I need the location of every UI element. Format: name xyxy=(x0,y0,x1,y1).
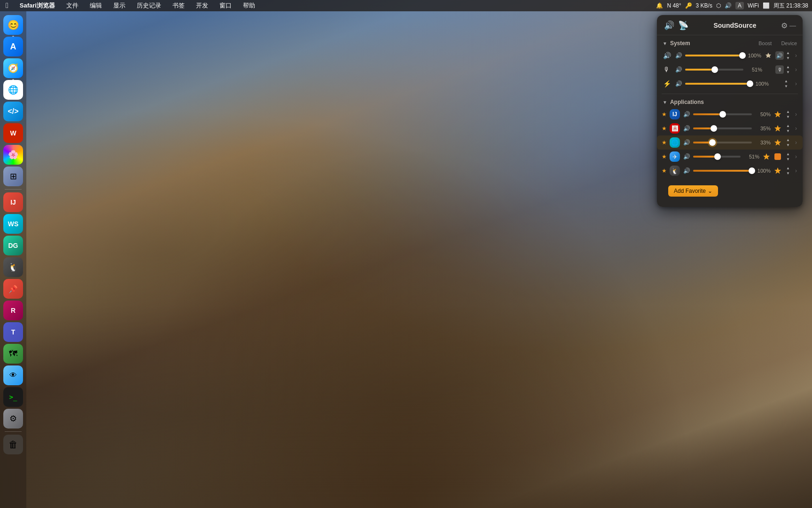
dock-item-chrome[interactable]: 🌐 xyxy=(3,80,23,100)
system-effects-slider[interactable] xyxy=(685,80,750,87)
output-device-stepper[interactable]: ▲ ▼ xyxy=(785,51,791,61)
output-stepper-up[interactable]: ▲ xyxy=(785,51,791,56)
dock-item-system-prefs[interactable]: ⚙ xyxy=(3,409,23,429)
system-effects-mute[interactable]: 🔊 xyxy=(675,80,682,87)
app4-stepper-down[interactable]: ▼ xyxy=(785,157,791,162)
mic-device-stepper[interactable]: ▲ ▼ xyxy=(785,65,791,75)
app1-stepper[interactable]: ▲ ▼ xyxy=(785,110,791,119)
wifi-icon[interactable]: WiFi xyxy=(748,2,759,9)
dock-item-trash[interactable]: 🗑 xyxy=(3,435,23,454)
app2-expand[interactable]: › xyxy=(794,125,798,132)
menu-history[interactable]: 历史记录 xyxy=(135,1,163,10)
app2-stepper[interactable]: ▲ ▼ xyxy=(785,124,791,134)
menu-develop[interactable]: 开发 xyxy=(194,1,210,10)
notification-icon[interactable]: 🔔 xyxy=(656,2,663,9)
system-output-boost[interactable] xyxy=(764,51,773,60)
dock-item-preview[interactable]: 👁 xyxy=(3,365,23,385)
app3-favorite-star[interactable]: ★ xyxy=(662,139,667,146)
soundsource-speaker-icon[interactable]: 🔊 xyxy=(664,20,675,31)
dock-item-photos[interactable]: 🌸 xyxy=(3,145,23,165)
system-mic-expand[interactable]: › xyxy=(794,66,798,73)
effects-stepper-up[interactable]: ▲ xyxy=(783,79,789,84)
dock-item-safari[interactable]: 🧭 xyxy=(3,58,23,78)
app1-boost[interactable] xyxy=(773,110,782,119)
menu-file[interactable]: 文件 xyxy=(64,1,80,10)
mic-stepper-down[interactable]: ▼ xyxy=(785,70,791,75)
menu-help[interactable]: 帮助 xyxy=(241,1,257,10)
app5-stepper[interactable]: ▲ ▼ xyxy=(785,166,791,176)
menu-view[interactable]: 显示 xyxy=(111,1,127,10)
apple-menu[interactable]:  xyxy=(4,1,10,10)
app4-device-indicator[interactable] xyxy=(774,153,781,160)
menu-edit[interactable]: 编辑 xyxy=(88,1,104,10)
app4-boost[interactable] xyxy=(762,152,771,161)
mic-stepper-up[interactable]: ▲ xyxy=(785,65,791,70)
app3-mute[interactable]: 🔊 xyxy=(683,139,690,146)
app4-expand[interactable]: › xyxy=(794,153,798,160)
output-device-icon[interactable]: 🔊 xyxy=(775,51,784,60)
app5-slider[interactable] xyxy=(693,167,752,175)
app3-boost[interactable] xyxy=(773,138,782,147)
app5-favorite-star[interactable]: ★ xyxy=(662,167,667,174)
soundsource-boost-icon[interactable]: 📡 xyxy=(678,20,689,31)
close-icon[interactable]: — xyxy=(789,22,796,29)
dock-item-qq[interactable]: 🐧 xyxy=(3,257,23,277)
apps-section-header[interactable]: ▼ Applications xyxy=(657,97,803,107)
app2-favorite-star[interactable]: ★ xyxy=(662,125,667,132)
app3-expand[interactable]: › xyxy=(794,139,798,146)
app1-expand[interactable]: › xyxy=(794,111,798,118)
keychain-icon[interactable]: 🔑 xyxy=(685,2,692,9)
dock-item-maps[interactable]: 🗺 xyxy=(3,344,23,364)
system-mic-mute[interactable]: 🔊 xyxy=(675,66,682,73)
app-menu-safari[interactable]: Safari浏览器 xyxy=(18,1,57,10)
app2-stepper-down[interactable]: ▼ xyxy=(785,129,791,134)
dock-item-rider[interactable]: R xyxy=(3,301,23,320)
app2-stepper-up[interactable]: ▲ xyxy=(785,124,791,128)
effects-stepper[interactable]: ▲ ▼ xyxy=(783,79,789,89)
app1-slider[interactable] xyxy=(693,111,752,118)
app5-boost[interactable] xyxy=(773,167,782,175)
system-section-header[interactable]: ▼ System Boost Device xyxy=(657,38,803,48)
system-output-mute[interactable]: 🔊 xyxy=(675,52,682,59)
app1-stepper-down[interactable]: ▼ xyxy=(785,115,791,119)
app1-mute[interactable]: 🔊 xyxy=(683,111,690,118)
dock-item-terminal[interactable]: >_ xyxy=(3,387,23,407)
app4-favorite-star[interactable]: ★ xyxy=(662,153,667,160)
app3-stepper-up[interactable]: ▲ xyxy=(785,138,791,143)
app3-stepper[interactable]: ▲ ▼ xyxy=(785,138,791,148)
app2-mute[interactable]: 🔊 xyxy=(683,125,690,132)
menu-bookmarks[interactable]: 书签 xyxy=(171,1,187,10)
system-effects-expand[interactable]: › xyxy=(794,80,798,87)
dock-item-webstorm[interactable]: WS xyxy=(3,214,23,234)
effects-stepper-down[interactable]: ▼ xyxy=(783,84,789,89)
system-output-slider[interactable] xyxy=(685,52,742,59)
app1-favorite-star[interactable]: ★ xyxy=(662,111,667,118)
app5-stepper-up[interactable]: ▲ xyxy=(785,166,791,171)
menu-extras[interactable]: ⬜ xyxy=(763,2,770,9)
dock-item-teams[interactable]: T xyxy=(3,322,23,342)
app3-slider[interactable] xyxy=(693,139,752,146)
app2-slider[interactable] xyxy=(693,125,752,132)
app1-stepper-up[interactable]: ▲ xyxy=(785,110,791,114)
app3-stepper-down[interactable]: ▼ xyxy=(785,143,791,148)
app4-stepper-up[interactable]: ▲ xyxy=(785,152,791,157)
dock-item-datagrip[interactable]: DG xyxy=(3,236,23,255)
app5-expand[interactable]: › xyxy=(794,167,798,174)
output-stepper-down[interactable]: ▼ xyxy=(785,56,791,61)
app4-slider[interactable] xyxy=(693,153,741,160)
dock-item-wps[interactable]: W xyxy=(3,123,23,143)
battery-icon[interactable]: ⬡ xyxy=(716,2,721,9)
system-mic-slider[interactable] xyxy=(685,66,743,73)
app2-boost[interactable] xyxy=(773,124,782,133)
dock-item-jetbrains[interactable]: IJ xyxy=(3,192,23,212)
mic-device-icon[interactable]: 🎙 xyxy=(775,65,784,74)
dock-item-appstore[interactable]: A xyxy=(3,37,23,56)
dock-item-vscode[interactable]: </> xyxy=(3,102,23,121)
volume-icon[interactable]: 🔊 xyxy=(725,2,732,9)
menu-window[interactable]: 窗口 xyxy=(218,1,234,10)
dock-item-stick[interactable]: 📌 xyxy=(3,279,23,299)
dock-item-launchpad[interactable]: ⊞ xyxy=(3,167,23,186)
app4-stepper[interactable]: ▲ ▼ xyxy=(785,152,791,162)
app4-mute[interactable]: 🔊 xyxy=(683,153,690,160)
settings-icon[interactable]: ⚙ xyxy=(781,21,788,30)
